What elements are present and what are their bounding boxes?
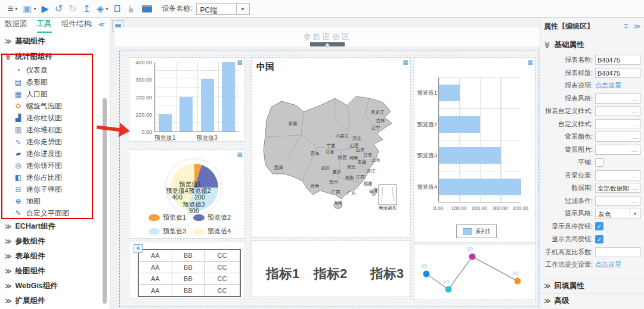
- property-label: 背景颜色:: [543, 132, 593, 141]
- custom-plan-icon: ✎: [13, 209, 23, 217]
- pie-chart-widget[interactable]: ▦ 预览值1预览值4400预览值2200预览值3300 预览值1预览值2预览值3…: [129, 149, 245, 239]
- table-cell[interactable]: BB: [172, 261, 204, 273]
- section-参数组件[interactable]: ≫参数组件: [0, 234, 110, 249]
- section-advanced[interactable]: ≫ 高级: [540, 294, 644, 308]
- sidebar-item-人口图[interactable]: ▦人口图: [0, 88, 110, 100]
- property-ellipsis-input[interactable]: ...: [595, 145, 640, 155]
- sidebar-item-迷你子弹图[interactable]: ⊟迷你子弹图: [0, 183, 110, 195]
- ellipsis-button[interactable]: ...: [631, 108, 638, 114]
- widget-settings-icon[interactable]: ▦: [237, 59, 243, 65]
- property-ellipsis-input[interactable]: 全部数据期...: [595, 183, 640, 193]
- sidebar-item-条形图[interactable]: ▤条形图: [0, 76, 110, 88]
- ellipsis-button[interactable]: ...: [631, 198, 638, 204]
- indicators-widget[interactable]: 指标1指标2指标3: [251, 241, 411, 297]
- redo-icon[interactable]: ↻: [69, 4, 76, 14]
- widget-settings-icon[interactable]: ▦: [528, 59, 533, 65]
- table-cell[interactable]: BB: [172, 273, 204, 284]
- sidebar-item-地图[interactable]: ⊕地图: [0, 195, 110, 207]
- line-chart-widget[interactable]: 30105020: [414, 245, 535, 300]
- param-panel-collapse-handle[interactable]: [310, 42, 345, 46]
- property-link[interactable]: 点击这里: [595, 81, 621, 90]
- property-ellipsis-input[interactable]: ...: [595, 119, 640, 129]
- gauge-icon: ◔: [13, 66, 23, 74]
- property-input[interactable]: B40475: [595, 55, 640, 65]
- undo-icon[interactable]: ↺: [55, 4, 63, 14]
- section-basic-properties[interactable]: ≫ 基础属性: [540, 38, 644, 51]
- widget-settings-icon[interactable]: ▦: [237, 151, 243, 158]
- table-cell[interactable]: BB: [172, 249, 204, 261]
- fill-icon[interactable]: ◈: [97, 4, 104, 14]
- sidebar-item-仪表盘[interactable]: ◔仪表盘: [0, 64, 110, 76]
- section-扩展组件[interactable]: ≫扩展组件: [0, 294, 110, 308]
- table-cell[interactable]: AA: [138, 273, 172, 284]
- dropdown-caret-icon[interactable]: ▾: [106, 6, 108, 11]
- panel-icon[interactable]: [142, 5, 152, 13]
- collapse-right-icon[interactable]: ≫: [633, 23, 640, 30]
- collapse-left-icon[interactable]: ≪: [98, 21, 105, 28]
- table-cell[interactable]: AA: [138, 261, 172, 273]
- table-cell[interactable]: CC: [205, 285, 240, 296]
- hand-icon[interactable]: ☛: [126, 4, 136, 13]
- property-select[interactable]: 灰色▼: [595, 208, 640, 219]
- pin-icon[interactable]: ∓: [88, 21, 93, 28]
- property-ellipsis-input[interactable]: ...: [595, 170, 640, 180]
- sidebar-tab-数据源[interactable]: 数据源: [5, 19, 27, 33]
- section-stat-components[interactable]: ≫ 统计图组件: [0, 49, 110, 64]
- ellipsis-button[interactable]: ...: [631, 121, 638, 127]
- sidebar-item-迷你走势图[interactable]: ∿迷你走势图: [0, 136, 110, 148]
- widget-settings-icon[interactable]: ▦: [403, 59, 408, 65]
- section-绘图组件[interactable]: ≫绘图组件: [0, 264, 110, 279]
- property-link[interactable]: 点击这里: [595, 260, 621, 269]
- move-handle-icon[interactable]: +: [134, 244, 143, 253]
- table-cell[interactable]: CC: [205, 273, 240, 284]
- sidebar-tab-工具[interactable]: 工具: [37, 19, 52, 33]
- ellipsis-button[interactable]: ...: [631, 146, 638, 153]
- property-checkbox[interactable]: ✓: [595, 222, 603, 230]
- property-ellipsis-input[interactable]: ...: [595, 93, 640, 104]
- sidebar-item-迷你进度图[interactable]: ▰迷你进度图: [0, 148, 110, 160]
- sidebar-item-迷你柱状图[interactable]: ▟迷你柱状图: [0, 112, 110, 124]
- section-WebGis组件[interactable]: ≫WebGis组件: [0, 279, 110, 294]
- table-cell[interactable]: CC: [205, 261, 240, 273]
- upload-icon[interactable]: ↥: [83, 4, 91, 14]
- property-ellipsis-input[interactable]: ...: [595, 106, 640, 116]
- table-widget[interactable]: + AABBCCAABBCCAABBCCAABBCC: [129, 242, 245, 298]
- device-select[interactable]: PC端 ▼: [196, 3, 250, 15]
- sidebar-item-迷你饼环图[interactable]: ◎迷你饼环图: [0, 160, 110, 171]
- table-cell[interactable]: AA: [138, 249, 172, 261]
- sidebar-item-自定义平面图[interactable]: ✎自定义平面图: [0, 207, 110, 219]
- sidebar-item-迷你堆积图[interactable]: ▥迷你堆积图: [0, 124, 110, 136]
- ellipsis-button[interactable]: ...: [631, 185, 638, 191]
- pin-icon[interactable]: ∓: [623, 23, 628, 30]
- ellipsis-button[interactable]: ...: [631, 133, 638, 140]
- table-cell[interactable]: BB: [172, 285, 204, 296]
- dropdown-caret-icon[interactable]: ▾: [33, 6, 36, 11]
- sidebar-item-迷你占比图[interactable]: ◧迷你占比图: [0, 171, 110, 183]
- property-input[interactable]: [595, 247, 640, 257]
- chevron-down-icon[interactable]: ▼: [630, 208, 640, 219]
- section-表单组件[interactable]: ≫表单组件: [0, 249, 110, 264]
- table-cell[interactable]: AA: [138, 285, 172, 296]
- property-input[interactable]: B40475: [595, 68, 640, 78]
- run-icon[interactable]: ▶: [42, 4, 49, 14]
- chevron-down-icon[interactable]: ▼: [236, 4, 249, 14]
- property-checkbox[interactable]: ✓: [595, 235, 603, 244]
- menu-icon[interactable]: ≡: [8, 4, 13, 14]
- ellipsis-button[interactable]: ...: [631, 172, 638, 179]
- property-checkbox[interactable]: [595, 158, 603, 167]
- ellipsis-button[interactable]: ...: [631, 95, 638, 102]
- section-backfill-properties[interactable]: ≫ 回填属性: [540, 279, 644, 293]
- param-panel-area[interactable]: 参数面板区: [115, 27, 540, 46]
- table-cell[interactable]: CC: [205, 249, 240, 261]
- property-ellipsis-input[interactable]: ...: [595, 196, 640, 206]
- trash-icon[interactable]: ⊔: [113, 4, 120, 14]
- hbar-chart-widget[interactable]: ▦ 系列1 预览值1预览值2预览值3预览值40.00100.00200.0030…: [414, 57, 535, 243]
- section-ECHart组件[interactable]: ≫ECHart组件: [0, 219, 110, 234]
- china-map-widget[interactable]: ▦ 中国: [251, 57, 411, 238]
- dropdown-caret-icon[interactable]: ▾: [15, 6, 17, 11]
- section-base-components[interactable]: ≫ 基础组件: [0, 33, 110, 49]
- property-ellipsis-input[interactable]: ...: [595, 132, 640, 142]
- sidebar-item-螺旋气泡图[interactable]: ✿螺旋气泡图: [0, 100, 110, 112]
- bar-chart-widget[interactable]: ▦ 400.00300.00200.00100.000.00预览值1预览值3: [129, 57, 245, 142]
- save-icon[interactable]: ▣: [23, 4, 32, 14]
